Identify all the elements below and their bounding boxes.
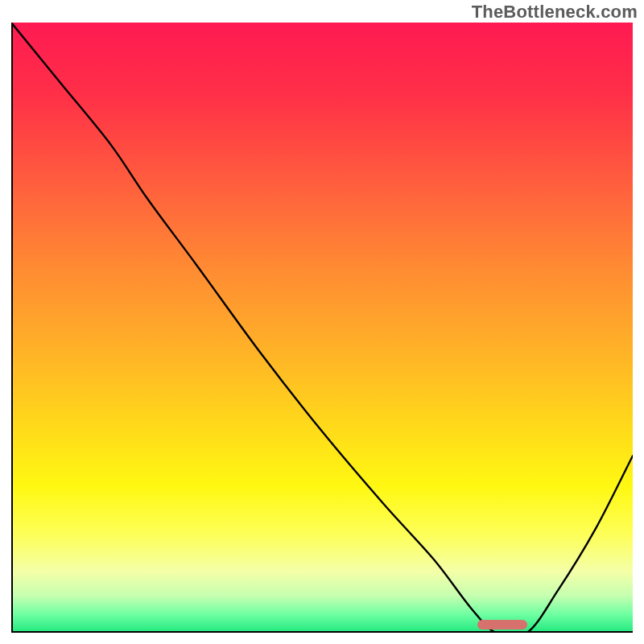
chart-canvas: TheBottleneck.com	[0, 0, 644, 644]
plot-area	[11, 23, 633, 633]
axis-y	[11, 23, 13, 633]
optimum-range-bar	[477, 620, 527, 630]
axis-x	[11, 631, 633, 633]
bottleneck-curve	[11, 23, 633, 633]
watermark-text: TheBottleneck.com	[472, 2, 638, 23]
